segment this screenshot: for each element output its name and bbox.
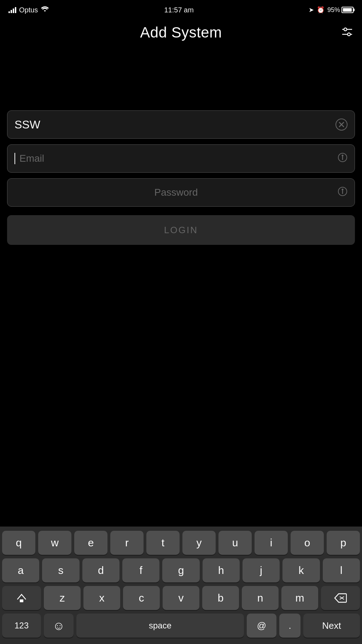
- system-name-input[interactable]: [14, 118, 335, 131]
- keyboard: q w e r t y u i o p a s d f g h j k l z …: [0, 527, 362, 644]
- password-info-icon[interactable]: [338, 186, 348, 199]
- key-k[interactable]: k: [282, 558, 320, 582]
- email-info-icon[interactable]: [338, 153, 348, 165]
- key-x[interactable]: x: [83, 586, 120, 610]
- keyboard-row-3: z x c v b n m: [2, 586, 360, 610]
- main-content: LOGIN: [0, 110, 362, 245]
- login-button[interactable]: LOGIN: [7, 215, 355, 245]
- key-e[interactable]: e: [74, 531, 107, 555]
- email-input[interactable]: [14, 153, 338, 164]
- wifi-icon: [41, 6, 49, 14]
- settings-button[interactable]: [341, 25, 354, 40]
- svg-point-8: [342, 155, 343, 156]
- at-key[interactable]: @: [247, 614, 276, 638]
- battery: 95%: [327, 6, 354, 14]
- status-bar: Optus 11:57 am ➤ ⏰ 95%: [0, 0, 362, 18]
- key-n[interactable]: n: [242, 586, 279, 610]
- svg-rect-12: [20, 599, 23, 602]
- next-key[interactable]: Next: [303, 614, 360, 638]
- keyboard-row-2: a s d f g h j k l: [2, 558, 360, 582]
- key-l[interactable]: l: [323, 558, 360, 582]
- key-f[interactable]: f: [122, 558, 159, 582]
- key-c[interactable]: c: [123, 586, 160, 610]
- page-header: Add System: [0, 18, 362, 47]
- status-right: ➤ ⏰ 95%: [309, 6, 354, 14]
- signal-icon: [8, 7, 16, 13]
- carrier-label: Optus: [19, 6, 38, 14]
- key-q[interactable]: q: [2, 531, 35, 555]
- key-t[interactable]: t: [146, 531, 180, 555]
- key-z[interactable]: z: [44, 586, 81, 610]
- key-b[interactable]: b: [202, 586, 239, 610]
- space-key[interactable]: space: [76, 614, 244, 638]
- svg-point-1: [344, 28, 347, 31]
- key-p[interactable]: p: [327, 531, 360, 555]
- key-d[interactable]: d: [82, 558, 119, 582]
- page-title: Add System: [140, 24, 222, 41]
- period-key[interactable]: .: [279, 614, 300, 638]
- system-name-field[interactable]: [7, 110, 355, 139]
- key-m[interactable]: m: [281, 586, 318, 610]
- key-w[interactable]: w: [38, 531, 71, 555]
- key-v[interactable]: v: [163, 586, 199, 610]
- status-left: Optus: [8, 6, 49, 14]
- key-g[interactable]: g: [162, 558, 199, 582]
- numbers-key[interactable]: 123: [2, 614, 41, 638]
- key-j[interactable]: j: [243, 558, 280, 582]
- battery-icon: [341, 7, 354, 13]
- key-u[interactable]: u: [218, 531, 252, 555]
- backspace-key[interactable]: [321, 586, 360, 610]
- password-field-container[interactable]: [7, 178, 355, 207]
- battery-percent: 95%: [327, 6, 340, 14]
- key-r[interactable]: r: [110, 531, 144, 555]
- keyboard-bottom-row: 123 ☺ space @ . Next: [2, 614, 360, 638]
- svg-point-3: [348, 33, 350, 36]
- key-h[interactable]: h: [203, 558, 240, 582]
- alarm-icon: ⏰: [317, 6, 325, 14]
- svg-point-11: [342, 189, 343, 190]
- email-field-container[interactable]: [7, 144, 355, 173]
- key-y[interactable]: y: [182, 531, 216, 555]
- clear-button[interactable]: [335, 119, 348, 131]
- location-icon: ➤: [309, 6, 314, 14]
- key-s[interactable]: s: [42, 558, 79, 582]
- keyboard-row-1: q w e r t y u i o p: [2, 531, 360, 555]
- key-a[interactable]: a: [2, 558, 39, 582]
- emoji-key[interactable]: ☺: [44, 614, 74, 638]
- key-i[interactable]: i: [255, 531, 288, 555]
- status-time: 11:57 am: [164, 6, 193, 14]
- key-o[interactable]: o: [291, 531, 324, 555]
- shift-key[interactable]: [2, 586, 41, 610]
- password-input[interactable]: [14, 187, 338, 198]
